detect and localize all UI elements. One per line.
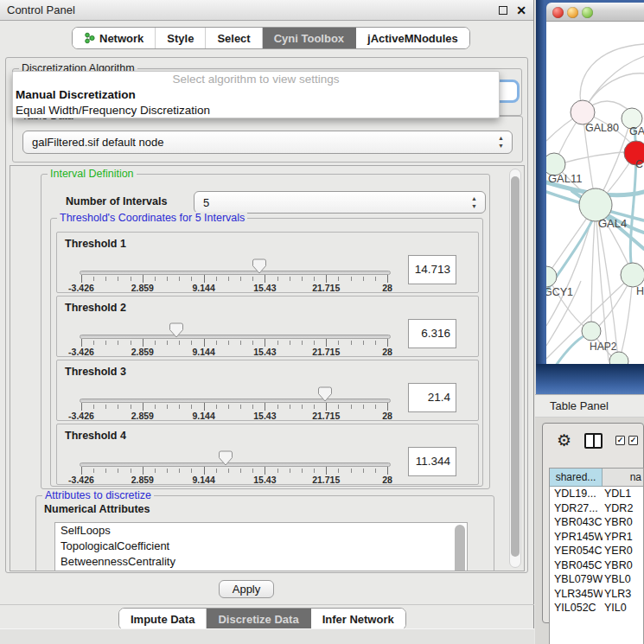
slider-thumb[interactable]: [252, 258, 266, 274]
network-icon: [84, 32, 95, 44]
spinner-arrows-icon[interactable]: ▲▼: [471, 194, 477, 210]
table-row[interactable]: YBL079WYBL0: [550, 572, 643, 587]
slider-tick: [204, 275, 205, 283]
tab-select[interactable]: Select: [206, 28, 262, 48]
apply-button[interactable]: Apply: [219, 580, 274, 598]
network-node-h[interactable]: [621, 263, 644, 287]
mac-zoom-button[interactable]: [582, 7, 593, 18]
table-row[interactable]: YBR045CYBR0: [550, 558, 643, 573]
table-cell-name[interactable]: YDR2: [603, 501, 643, 516]
list-item[interactable]: BetweennessCentrality: [55, 554, 467, 570]
slider-tick-label: 15.43: [253, 411, 276, 421]
slider-tick: [204, 467, 205, 475]
threshold-slider-track[interactable]: [80, 335, 391, 339]
dropdown-option[interactable]: Manual Discretization: [13, 87, 499, 103]
slider-tick-label: -3.426: [68, 283, 94, 293]
table-cell-shared-name[interactable]: YBR043C: [550, 515, 603, 530]
table-cell-name[interactable]: YBL0: [603, 572, 643, 587]
scrollbar-thumb[interactable]: [511, 176, 520, 557]
threshold-slider-track[interactable]: [80, 399, 391, 403]
slider-tick-label: 2.859: [131, 475, 154, 485]
slider-tick-label: 9.144: [192, 347, 214, 357]
table-cell-name[interactable]: YBR0: [603, 515, 643, 530]
table-cell-name[interactable]: YIL0: [603, 601, 643, 615]
checkbox-icon[interactable]: ✓: [615, 436, 625, 445]
slider-tick-label: 2.859: [131, 411, 154, 421]
table-row[interactable]: YER054CYER0: [550, 544, 643, 558]
settings-scroll-area: Interval Definition Number of Intervals …: [10, 165, 525, 571]
slider-thumb[interactable]: [169, 322, 183, 338]
network-node[interactable]: [609, 352, 628, 364]
tab-jactivemnodules[interactable]: jActiveMNodules: [356, 28, 469, 48]
slider-tick: [326, 339, 327, 347]
slider-tick-label: 28: [382, 475, 392, 485]
slider-tick: [143, 339, 143, 347]
table-cell-name[interactable]: YPR1: [603, 530, 643, 545]
settings-vertical-scrollbar[interactable]: [509, 169, 521, 568]
float-panel-icon[interactable]: [499, 6, 507, 15]
table-cell-shared-name[interactable]: YBR045C: [550, 558, 603, 573]
tab-discretize-data[interactable]: Discretize Data: [207, 609, 310, 629]
list-scrollbar-thumb[interactable]: [455, 525, 465, 571]
mac-minimize-button[interactable]: [567, 7, 578, 18]
tab-style[interactable]: Style: [156, 28, 206, 48]
table-cell-name[interactable]: YDL1: [603, 487, 643, 501]
gear-icon[interactable]: ⚙: [557, 430, 571, 452]
threshold-slider-track[interactable]: [80, 462, 391, 467]
control-panel-titlebar: Control Panel ✕: [0, 0, 533, 21]
table-data-combobox[interactable]: galFiltered.sif default node ▲▼: [22, 131, 513, 154]
slider-tick: [265, 403, 265, 411]
table-cell-name[interactable]: YBR0: [603, 558, 643, 573]
network-node-gal80[interactable]: [571, 100, 595, 124]
table-row[interactable]: YPR145WYPR1: [550, 530, 643, 545]
table-cell-shared-name[interactable]: YDR27...: [550, 501, 603, 516]
slider-thumb[interactable]: [219, 450, 233, 466]
threshold-value-field[interactable]: 14.713: [408, 255, 456, 284]
tab-cyni-toolbox[interactable]: Cyni Toolbox: [263, 28, 356, 48]
numerical-attributes-list[interactable]: SelfLoopsTopologicalCoefficientBetweenne…: [54, 522, 468, 571]
table-cell-shared-name[interactable]: YER054C: [550, 544, 603, 558]
table-cell-shared-name[interactable]: YDL19...: [550, 487, 603, 501]
close-icon[interactable]: ✕: [516, 3, 526, 18]
list-item[interactable]: TopologicalCoefficient: [55, 539, 467, 554]
table-cell-shared-name[interactable]: YPR145W: [550, 530, 603, 545]
spinner-arrows-icon[interactable]: ▲▼: [498, 134, 504, 150]
table-row[interactable]: YBR043CYBR0: [550, 515, 643, 530]
column-header-name[interactable]: na: [603, 469, 643, 487]
table-cell-name[interactable]: YLR3: [603, 587, 643, 602]
slider-tick-label: 21.715: [312, 411, 340, 421]
threshold-value-field[interactable]: 11.344: [408, 447, 456, 476]
mac-close-button[interactable]: [552, 7, 564, 18]
threshold-value-field[interactable]: 21.4: [408, 383, 456, 412]
tab-network[interactable]: Network: [73, 28, 156, 48]
network-node-gcy1[interactable]: [546, 266, 557, 287]
table-row[interactable]: YDR27...YDR2: [550, 501, 643, 516]
list-item[interactable]: SelfLoops: [55, 523, 467, 539]
network-node-hap2[interactable]: [582, 322, 601, 341]
slider-tick-label: 21.715: [312, 347, 340, 357]
threshold-3-panel: Threshold 3-3.4262.8599.14415.4321.71528…: [56, 360, 479, 421]
table-row[interactable]: YIL052CYIL0: [550, 601, 643, 615]
checkbox-icon[interactable]: ✓: [628, 436, 638, 445]
network-window-titlebar[interactable]: [546, 3, 644, 22]
threshold-label: Threshold 2: [65, 302, 126, 314]
table-cell-shared-name[interactable]: YBL079W: [550, 572, 603, 587]
table-row[interactable]: YLR345WYLR3: [550, 587, 643, 602]
threshold-4-panel: Threshold 4-3.4262.8599.14415.4321.71528…: [56, 424, 479, 485]
slider-thumb[interactable]: [318, 386, 332, 402]
threshold-value-field[interactable]: 6.316: [408, 319, 456, 348]
network-canvas[interactable]: GAL80GACGAL11GAL4GCY1HHAP2: [546, 22, 644, 364]
threshold-slider-track[interactable]: [80, 271, 391, 275]
table-cell-shared-name[interactable]: YLR345W: [550, 587, 603, 602]
column-header-shared-name[interactable]: shared...: [550, 469, 603, 487]
tab-infer-network[interactable]: Infer Network: [311, 609, 405, 629]
slider-tick-label: 21.715: [312, 283, 340, 293]
table-cell-shared-name[interactable]: YIL052C: [550, 601, 603, 615]
dropdown-option[interactable]: Equal Width/Frequency Discretization: [13, 103, 499, 118]
number-of-intervals-spinner[interactable]: 5 ▲▼: [194, 191, 486, 214]
table-row[interactable]: YDL19...YDL1: [550, 487, 643, 501]
tab-impute-data[interactable]: Impute Data: [119, 609, 207, 629]
split-pane-icon[interactable]: [584, 433, 603, 449]
attributes-group-title: Attributes to discretize: [42, 489, 154, 501]
table-cell-name[interactable]: YER0: [603, 544, 643, 558]
